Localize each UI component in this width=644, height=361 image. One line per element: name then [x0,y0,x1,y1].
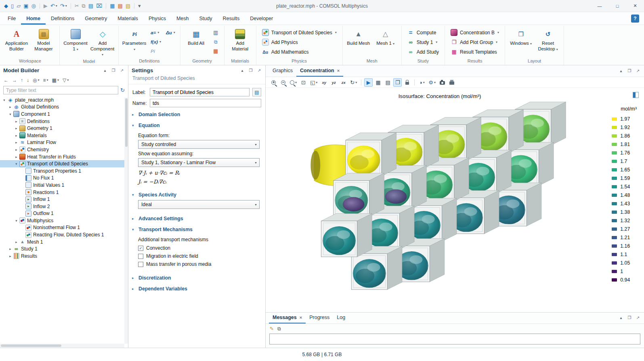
add-material-button[interactable]: Add Material [227,27,253,52]
tree-item-reacting-flow-diluted-species-1[interactable]: Reacting Flow, Diluted Species 1 [0,231,128,238]
pin-panel-icon[interactable]: ↗ [635,69,641,73]
tree-item-no-flux-1[interactable]: No Flux 1 [0,175,128,182]
close-button[interactable]: ✕ [626,0,644,12]
scene-settings-button[interactable]: ⚙▾ [427,78,437,87]
customize-toolbar-button[interactable]: ▾ [138,3,141,8]
compute-button[interactable]: Compute [405,28,442,37]
zoom-out-button[interactable] [279,78,287,87]
mesh-1-button[interactable]: Mesh 1 ▾ [373,27,399,47]
save-button[interactable]: ▣ [23,3,28,8]
tree-item-multiphysics[interactable]: ▾Multiphysics [0,217,128,224]
section-header-discretization[interactable]: ▸Discretization [128,273,265,283]
pin-panel-icon[interactable]: ↗ [119,68,125,73]
label-input[interactable] [150,88,250,96]
tree-item-component-1[interactable]: ▾Component 1 [0,111,128,118]
menu-tab-definitions[interactable]: Definitions [46,12,80,25]
panel-menu-icon[interactable]: ▴ [102,68,108,73]
new-file-button[interactable]: ▯ [11,3,14,8]
tree-item-heat-transfer-in-fluids[interactable]: ▸Heat Transfer in Fluids [0,153,128,161]
copy-button[interactable]: ⧉ [82,3,86,8]
section-header-domain-selection[interactable]: ▸Domain Selection [128,109,265,119]
menu-tab-mesh[interactable]: Mesh [171,12,194,25]
run-button[interactable]: ▶ [44,3,48,8]
insert-sequence-button[interactable] [210,37,221,46]
cut-button[interactable]: ✂ [75,3,79,8]
back-button[interactable]: ← [4,77,8,83]
tree-item-initial-values-1[interactable]: Initial Values 1 [0,182,128,189]
panel-menu-icon[interactable]: ▴ [618,315,624,320]
chevron-right-icon[interactable]: ▸ [14,126,19,130]
chevron-right-icon[interactable]: ▸ [14,134,19,138]
filter-input[interactable] [3,86,118,94]
menu-tab-study[interactable]: Study [194,12,218,25]
application-builder-button[interactable]: Application Builder [4,27,29,52]
export-image-button[interactable]: ▤ [384,78,392,87]
zoom-in-button[interactable] [269,78,278,87]
result-templates-button[interactable]: Result Templates [448,47,502,56]
messages-tab-progress[interactable]: Progress [306,313,333,323]
float-panel-icon[interactable]: ❐ [627,315,632,320]
menu-tab-materials[interactable]: Materials [112,12,143,25]
pin-panel-icon[interactable]: ↗ [635,315,641,320]
appearance-button[interactable]: ◑▾ [417,78,426,87]
section-header-equation[interactable]: ▾Equation [128,120,265,130]
section-header-transport-mechanisms[interactable]: ▾Transport Mechanisms [128,224,265,234]
equation-form-select[interactable]: Study controlled▾ [138,140,260,149]
print-button[interactable] [448,78,456,87]
section-header-advanced-settings[interactable]: ▸Advanced Settings [128,213,265,223]
tree-item-mesh-1[interactable]: ▸Mesh 1 [0,238,128,246]
graphics-tab-concentration[interactable]: Concentration× [296,66,343,77]
delete-button[interactable]: ⌧ [96,3,102,8]
show-button[interactable]: ◎▾ [33,77,40,83]
plot-window-button[interactable]: ❐ [393,78,402,87]
tree-item-laminar-flow[interactable]: ▸Laminar Flow [0,139,128,146]
tree-item-materials[interactable]: ▸Materials [0,132,128,139]
parameter-case-button[interactable]: Pi [149,46,163,56]
refresh-icon[interactable]: ↻ [120,87,125,93]
report-button[interactable]: ▤ [117,3,122,8]
menu-tab-file[interactable]: File [2,12,21,25]
import-button[interactable] [210,28,221,37]
tree-item-results[interactable]: ▸Results [0,252,128,260]
chevron-right-icon[interactable]: ▸ [8,105,13,109]
data-table-button[interactable]: ▦ [374,78,382,87]
checkbox-convection[interactable]: Convection [138,244,260,252]
checkbox-migration-in-electric-field[interactable]: Migration in electric field [138,252,260,260]
pin-panel-icon[interactable]: ↗ [256,68,262,73]
add-component-button[interactable]: Add Component ▾ [90,27,115,58]
view-zx-button[interactable]: zx [339,78,348,87]
tree-item-plate-reactor-mph[interactable]: ▾plate_reactor.mph [0,96,128,104]
tree-item-global-definitions[interactable]: ▸Global Definitions [0,104,128,111]
build-mesh-button[interactable]: Build Mesh [346,27,371,47]
species-activity-select[interactable]: Ideal▾ [138,200,260,209]
add-mathematics-button[interactable]: Add Mathematics [259,47,340,56]
sound-button[interactable]: ▶ [364,78,373,87]
tree-item-nonisothermal-flow-1[interactable]: Nonisothermal Flow 1 [0,224,128,232]
scrollbar-thumb[interactable] [1,344,61,347]
nonlocal-couplings-button[interactable]: Δu▾ [164,28,177,37]
messages-tab-messages[interactable]: Messages× [269,313,306,323]
panel-menu-icon[interactable]: ▴ [618,69,624,73]
filter-button[interactable]: ▽▾ [63,77,69,83]
menu-tab-home[interactable]: Home [21,12,46,25]
tree-item-definitions[interactable]: ▸Definitions [0,118,128,125]
comsol-logo-button[interactable]: ◆ [4,3,8,8]
model-manager-button[interactable]: Model Manager [31,27,57,52]
remove-sequence-button[interactable] [210,46,221,56]
add-physics-button[interactable]: Add Physics [259,38,340,47]
chevron-right-icon[interactable]: ▸ [14,119,19,123]
node-grouping-button[interactable]: ▦▾ [52,77,59,83]
view-yz-button[interactable]: yz [329,78,338,87]
open-file-button[interactable]: ▱ [17,3,21,8]
chevron-right-icon[interactable]: ▸ [8,247,13,251]
functions-button[interactable]: f(x)▾ [149,37,163,46]
reset-desktop-button[interactable]: Reset Desktop ▾ [535,27,561,52]
tree-item-transport-properties-1[interactable]: Transport Properties 1 [0,167,128,175]
zoom-extents-button[interactable]: ▾ [289,78,298,87]
minimize-button[interactable]: — [591,0,608,12]
help-button[interactable]: ? [631,15,639,23]
model-tree-order-button[interactable]: ≡▾ [43,77,48,83]
show-equation-assuming-select[interactable]: Study 1, Stationary - Laminar Flow▾ [138,158,260,167]
tree-item-inflow-1[interactable]: Inflow 1 [0,196,128,203]
close-tab-icon[interactable]: × [337,68,340,73]
